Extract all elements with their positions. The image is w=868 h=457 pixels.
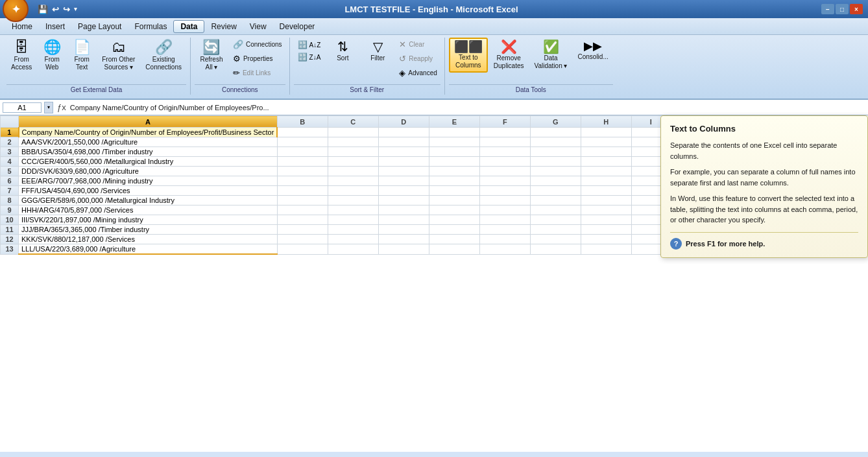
cell-8D[interactable]	[378, 196, 429, 205]
cell-8E[interactable]	[429, 196, 479, 205]
from-text-button[interactable]: 📄 FromText	[67, 38, 96, 74]
cell-1C[interactable]	[328, 128, 378, 137]
cell-1H[interactable]	[581, 128, 631, 137]
cell-13B[interactable]	[277, 244, 328, 255]
sort-button[interactable]: ⇅ Sort	[326, 38, 359, 65]
cell-12C[interactable]	[328, 235, 378, 244]
cell-4G[interactable]	[530, 157, 581, 167]
cell-6D[interactable]	[378, 176, 429, 186]
cell-5D[interactable]	[378, 167, 429, 176]
col-header-d[interactable]: D	[378, 116, 429, 128]
cell-13C[interactable]	[328, 244, 378, 255]
menu-data[interactable]: Data	[173, 20, 204, 33]
cell-10A[interactable]: III/SVK/220/1,897,000 /Mining industry	[19, 215, 278, 225]
cell-3G[interactable]	[530, 147, 581, 157]
from-other-sources-button[interactable]: 🗂 From OtherSources ▾	[97, 38, 139, 74]
cell-8B[interactable]	[277, 196, 328, 205]
cell-2G[interactable]	[530, 137, 581, 147]
col-header-a[interactable]: A	[19, 116, 278, 128]
menu-insert[interactable]: Insert	[39, 21, 71, 32]
qa-dropdown-btn[interactable]: ▾	[73, 5, 78, 14]
text-to-columns-button[interactable]: ⬛⬛ Text toColumns	[449, 38, 488, 73]
cell-8H[interactable]	[581, 196, 631, 205]
advanced-button[interactable]: ◈ Advanced	[396, 66, 440, 80]
cell-10H[interactable]	[581, 215, 631, 225]
properties-button[interactable]: ⚙ Properties	[230, 52, 285, 65]
cell-4C[interactable]	[328, 157, 378, 167]
cell-11H[interactable]	[581, 225, 631, 235]
cell-6F[interactable]	[479, 176, 530, 186]
refresh-all-button[interactable]: 🔄 RefreshAll ▾	[195, 38, 228, 74]
col-header-g[interactable]: G	[530, 116, 581, 128]
cell-6E[interactable]	[429, 176, 479, 186]
cell-9A[interactable]: HHH/ARG/470/5,897,000 /Services	[19, 205, 278, 215]
cell-11D[interactable]	[378, 225, 429, 235]
cell-9G[interactable]	[530, 205, 581, 215]
cell-9H[interactable]	[581, 205, 631, 215]
cell-3H[interactable]	[581, 147, 631, 157]
cell-1G[interactable]	[530, 128, 581, 137]
cell-12B[interactable]	[277, 235, 328, 244]
from-web-button[interactable]: 🌐 FromWeb	[38, 38, 66, 74]
cell-13D[interactable]	[378, 244, 429, 255]
cell-5A[interactable]: DDD/SVK/630/9,680,000 /Agriculture	[19, 167, 278, 176]
cell-13F[interactable]	[479, 244, 530, 255]
cell-13G[interactable]	[530, 244, 581, 255]
reapply-button[interactable]: ↺ Reapply	[396, 52, 440, 65]
row-header-4[interactable]: 4	[1, 157, 19, 167]
cell-7H[interactable]	[581, 186, 631, 196]
cell-13A[interactable]: LLL/USA/220/3,689,000 /Agriculture	[19, 244, 278, 255]
cell-reference-input[interactable]	[3, 102, 42, 113]
cell-13E[interactable]	[429, 244, 479, 255]
cell-2F[interactable]	[479, 137, 530, 147]
cell-2C[interactable]	[328, 137, 378, 147]
cell-5E[interactable]	[429, 167, 479, 176]
cell-3D[interactable]	[378, 147, 429, 157]
cell-12H[interactable]	[581, 235, 631, 244]
cell-7D[interactable]	[378, 186, 429, 196]
from-access-button[interactable]: 🗄 FromAccess	[6, 38, 36, 74]
filter-button[interactable]: ▽ Filter	[361, 38, 394, 65]
cell-10E[interactable]	[429, 215, 479, 225]
cell-11F[interactable]	[479, 225, 530, 235]
cell-2D[interactable]	[378, 137, 429, 147]
cell-6A[interactable]: EEE/ARG/700/7,968,000 /Mining industry	[19, 176, 278, 186]
cell-10F[interactable]	[479, 215, 530, 225]
row-header-7[interactable]: 7	[1, 186, 19, 196]
cell-1D[interactable]	[378, 128, 429, 137]
row-header-11[interactable]: 11	[1, 225, 19, 235]
col-header-f[interactable]: F	[479, 116, 530, 128]
row-header-10[interactable]: 10	[1, 215, 19, 225]
cell-9C[interactable]	[328, 205, 378, 215]
cell-1F[interactable]	[479, 128, 530, 137]
cell-9D[interactable]	[378, 205, 429, 215]
cell-5B[interactable]	[277, 167, 328, 176]
cell-4D[interactable]	[378, 157, 429, 167]
row-header-13[interactable]: 13	[1, 244, 19, 255]
sort-za-button[interactable]: 🔡 Z↓A	[295, 51, 324, 63]
cell-11C[interactable]	[328, 225, 378, 235]
cell-9E[interactable]	[429, 205, 479, 215]
cell-7B[interactable]	[277, 186, 328, 196]
cell-8F[interactable]	[479, 196, 530, 205]
cell-3F[interactable]	[479, 147, 530, 157]
cell-10D[interactable]	[378, 215, 429, 225]
row-header-12[interactable]: 12	[1, 235, 19, 244]
cell-1B[interactable]	[277, 128, 328, 137]
menu-view[interactable]: View	[243, 21, 273, 32]
row-header-1[interactable]: 1	[1, 128, 19, 137]
cell-5C[interactable]	[328, 167, 378, 176]
menu-page-layout[interactable]: Page Layout	[71, 21, 128, 32]
cell-3C[interactable]	[328, 147, 378, 157]
cell-10B[interactable]	[277, 215, 328, 225]
cell-11G[interactable]	[530, 225, 581, 235]
menu-review[interactable]: Review	[204, 21, 243, 32]
cell-6C[interactable]	[328, 176, 378, 186]
undo-qa-btn[interactable]: ↩	[51, 3, 60, 16]
cell-8A[interactable]: GGG/GER/589/6,000,000 /Metallurgical Ind…	[19, 196, 278, 205]
cell-8C[interactable]	[328, 196, 378, 205]
cell-1A[interactable]: Company Name/Country of Origin/Number of…	[19, 128, 278, 137]
cell-12D[interactable]	[378, 235, 429, 244]
row-header-9[interactable]: 9	[1, 205, 19, 215]
cell-12G[interactable]	[530, 235, 581, 244]
